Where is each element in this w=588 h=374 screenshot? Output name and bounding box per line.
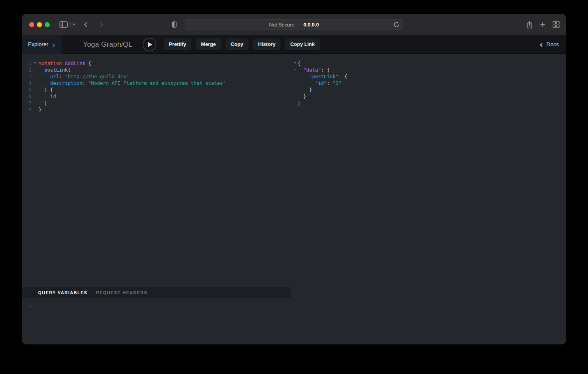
chevron-left-icon [541,41,543,47]
code-text: { [298,60,301,67]
fold-column [32,106,38,113]
browser-window: Not Secure — 0.0.0.0 + [22,14,566,344]
docs-label: Docs [546,41,559,47]
forward-button[interactable] [99,23,102,26]
code-text: } [38,106,42,113]
code-line: 2 postLink( [22,67,291,73]
line-number: 6 [22,93,32,100]
response-viewer[interactable]: ▼{▼ "data": { "postLink": { "id": "2" } … [291,54,566,344]
new-tab-icon[interactable]: + [540,20,545,29]
line-number: 8 [22,106,32,113]
code-line: } [292,86,566,93]
line-number: 5 [22,86,32,93]
line-number: 4 [22,80,32,86]
code-line: 1▼mutation AddLink { [22,60,291,67]
security-label: Not Secure [269,22,294,28]
address-host: 0.0.0.0 [303,22,319,28]
graphiql-content: 1▼mutation AddLink {2 postLink(3 url: "h… [22,54,566,344]
fold-column [32,93,38,100]
fold-column [32,100,38,106]
execute-query-button[interactable] [143,38,156,51]
fold-arrow-icon[interactable]: ▼ [32,60,38,67]
left-pane: 1▼mutation AddLink {2 postLink(3 url: "h… [22,54,291,344]
variables-editor[interactable]: 1 [22,298,291,344]
code-text: } [298,93,306,100]
fold-column [292,93,298,100]
tab-request-headers[interactable]: REQUEST HEADERS [96,290,148,295]
address-separator: — [296,22,301,28]
code-text: } [298,86,312,93]
address-bar[interactable]: Not Secure — 0.0.0.0 [185,19,403,30]
query-editor[interactable]: 1▼mutation AddLink {2 postLink(3 url: "h… [22,54,291,287]
fold-column [292,73,298,80]
fold-column [32,80,38,86]
code-line: "postLink": { [292,73,566,80]
titlebar-right-icons: + [526,14,560,35]
query-editor-lines: 1▼mutation AddLink {2 postLink(3 url: "h… [22,60,291,113]
code-text: "postLink": { [298,73,347,80]
code-text: } [38,100,47,106]
line-number: 7 [22,100,32,106]
code-text: description: "Modern API Platform and ec… [38,80,226,86]
explorer-toggle[interactable]: Explorer [22,35,62,54]
reload-icon[interactable] [393,21,400,28]
fold-column [292,100,298,106]
privacy-shield-icon[interactable] [172,21,177,28]
graphiql-toolbar: Explorer Yoga GraphiQL Prettify Merge Co… [22,35,566,54]
code-line: } [292,93,566,100]
sidebar-menu-chevron-down-icon[interactable] [73,23,75,25]
history-button[interactable]: History [253,39,281,50]
app-title: Yoga GraphiQL [79,35,137,54]
code-text: id [38,93,56,100]
sidebar-toggle-icon[interactable] [60,21,68,28]
code-text: url: "http://the-guild.dev" [38,73,129,80]
code-text: "id": "2" [298,80,341,86]
toolbar-separator [70,22,71,27]
line-number: 3 [22,73,32,80]
line-number: 1 [22,60,32,67]
copy-button[interactable]: Copy [226,39,248,50]
fold-column [292,80,298,86]
response-lines: ▼{▼ "data": { "postLink": { "id": "2" } … [292,60,566,106]
docs-button[interactable]: Docs [541,35,559,54]
zoom-window-button[interactable] [45,22,50,27]
line-number: 2 [22,67,32,73]
toolbar-buttons: Prettify Merge Copy History Copy Link [164,39,320,50]
code-line: 7 } [22,100,291,106]
fold-column [32,67,38,73]
code-line: 6 id [22,93,291,100]
code-text: postLink( [38,67,71,73]
window-controls [29,22,50,27]
code-line: } [292,100,566,106]
fold-arrow-icon[interactable]: ▼ [292,67,298,73]
explorer-label: Explorer [28,41,48,47]
browser-titlebar: Not Secure — 0.0.0.0 + [22,14,566,35]
variables-lines: 1 [22,303,291,310]
code-text: ) { [38,86,53,93]
secondary-tabs: QUERY VARIABLES REQUEST HEADERS [22,287,291,298]
minimize-window-button[interactable] [37,22,42,27]
share-icon[interactable] [526,21,533,29]
code-text: } [298,100,301,106]
code-line: 4 description: "Modern API Platform and … [22,80,291,86]
fold-arrow-icon[interactable]: ▼ [292,60,298,67]
line-number: 1 [22,303,32,310]
tab-overview-icon[interactable] [553,21,560,28]
prettify-button[interactable]: Prettify [164,39,191,50]
close-window-button[interactable] [29,22,34,27]
code-line: 5 ) { [22,86,291,93]
code-line: 1 [22,303,291,310]
chevron-right-icon [52,41,54,48]
code-line: 3 url: "http://the-guild.dev" [22,73,291,80]
fold-column [292,86,298,93]
tab-query-variables[interactable]: QUERY VARIABLES [38,290,88,295]
fold-column [32,86,38,93]
merge-button[interactable]: Merge [196,39,221,50]
copy-link-button[interactable]: Copy Link [285,39,320,50]
code-line: 8} [22,106,291,113]
code-line: ▼ "data": { [292,67,566,73]
back-button[interactable] [85,23,88,26]
play-icon [148,42,152,47]
code-line: ▼{ [292,60,566,67]
code-line: "id": "2" [292,80,566,86]
